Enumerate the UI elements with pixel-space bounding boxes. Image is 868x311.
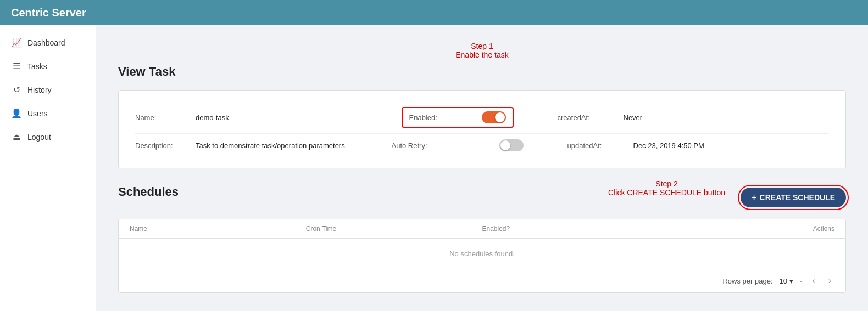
table-footer: Rows per page: 10 ▾ - ‹ ›: [119, 269, 845, 292]
col-header-enabled: Enabled?: [482, 225, 747, 233]
enabled-highlight-box: Enabled:: [402, 107, 514, 128]
sidebar-item-logout-label: Logout: [27, 133, 51, 142]
enabled-label: Enabled:: [409, 114, 475, 122]
pagination-dash: -: [800, 277, 802, 285]
users-icon: 👤: [11, 108, 22, 118]
updatedat-label: updatedAt:: [567, 142, 633, 150]
col-header-actions: Actions: [747, 225, 834, 233]
enabled-toggle-knob: [495, 112, 505, 122]
rows-per-page-label: Rows per page:: [722, 277, 772, 285]
create-schedule-plus-icon: +: [752, 193, 756, 202]
pagination-prev-button[interactable]: ‹: [809, 275, 818, 287]
description-label: Description:: [135, 142, 196, 150]
rows-per-page-chevron-icon: ▾: [789, 277, 793, 285]
sidebar-item-dashboard-label: Dashboard: [27, 38, 65, 47]
task-card: Name: demo-task Enabled: createdAt: Neve…: [118, 90, 846, 168]
view-task-title: View Task: [118, 65, 846, 79]
name-label: Name:: [135, 114, 196, 122]
logout-icon: ⏏: [11, 132, 22, 142]
sidebar-item-history[interactable]: ↺ History: [0, 78, 96, 101]
app-title: Centric Server: [11, 7, 86, 19]
step1-annotation: Step 1 Enable the task: [455, 42, 509, 59]
sidebar-item-tasks-label: Tasks: [27, 62, 47, 71]
autoretry-toggle-knob: [500, 140, 510, 150]
schedules-header: Schedules Step 2 Click CREATE SCHEDULE b…: [118, 185, 846, 210]
schedules-title: Schedules: [118, 185, 179, 199]
updatedat-value: Dec 23, 2019 4:50 PM: [633, 142, 830, 150]
rows-per-page-select[interactable]: 10 ▾: [780, 277, 793, 285]
create-schedule-button[interactable]: + CREATE SCHEDULE: [741, 188, 846, 207]
task-row-1: Name: demo-task Enabled: createdAt: Neve…: [135, 101, 829, 133]
schedule-table: Name Cron Time Enabled? Actions No sched…: [118, 219, 846, 293]
autoretry-control: [458, 139, 524, 151]
name-value: demo-task: [196, 114, 402, 122]
sidebar-item-users[interactable]: 👤 Users: [0, 101, 96, 125]
description-value: Task to demonstrate task/operation param…: [196, 142, 392, 150]
pagination-next-button[interactable]: ›: [825, 275, 834, 287]
autoretry-toggle[interactable]: [499, 139, 524, 151]
sidebar-item-users-label: Users: [27, 109, 48, 118]
table-header: Name Cron Time Enabled? Actions: [119, 219, 845, 239]
sidebar-item-history-label: History: [27, 86, 52, 94]
sidebar-item-tasks[interactable]: ☰ Tasks: [0, 54, 96, 78]
create-schedule-label: CREATE SCHEDULE: [760, 193, 835, 202]
dashboard-icon: 📈: [11, 37, 22, 48]
task-row-2: Description: Task to demonstrate task/op…: [135, 133, 829, 157]
createdat-label: createdAt:: [558, 114, 624, 122]
table-empty-message: No schedules found.: [119, 239, 845, 269]
history-icon: ↺: [11, 84, 22, 95]
col-header-cron: Cron Time: [306, 225, 482, 233]
autoretry-label: Auto Retry:: [392, 142, 458, 150]
col-header-name: Name: [130, 225, 306, 233]
createdat-value: Never: [624, 114, 830, 122]
sidebar-item-dashboard[interactable]: 📈 Dashboard: [0, 31, 96, 54]
tasks-icon: ☰: [11, 61, 22, 71]
topbar: Centric Server: [0, 0, 868, 25]
content-area: Step 1 Enable the task View Task Name: d…: [96, 25, 868, 311]
sidebar-item-logout[interactable]: ⏏ Logout: [0, 125, 96, 149]
enabled-toggle[interactable]: [482, 111, 506, 123]
step2-annotation: Step 2 Click CREATE SCHEDULE button: [608, 179, 725, 197]
main-layout: 📈 Dashboard ☰ Tasks ↺ History 👤 Users ⏏ …: [0, 25, 868, 311]
sidebar: 📈 Dashboard ☰ Tasks ↺ History 👤 Users ⏏ …: [0, 25, 96, 311]
